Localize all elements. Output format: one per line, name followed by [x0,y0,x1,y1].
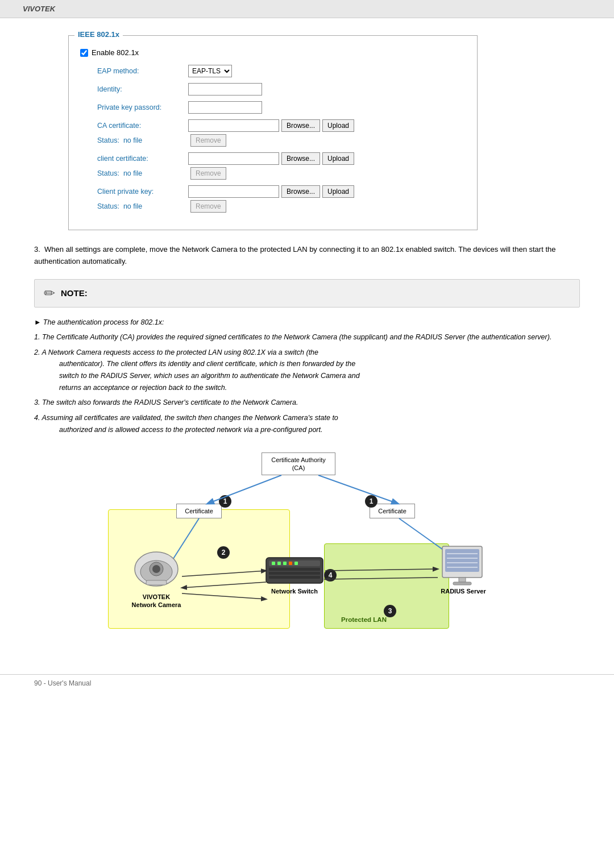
cert-box-right: Certificate [370,504,415,518]
yellow-zone [108,509,290,629]
client-privkey-label: Client private key: [97,188,188,196]
client-privkey-upload-button[interactable]: Upload [322,185,354,198]
note-title: NOTE: [61,288,88,298]
eap-method-select[interactable]: EAP-TLS [188,65,232,77]
note-bullet: ► The authentication process for 802.1x: [34,317,580,329]
client-cert-label: client certificate: [97,155,188,163]
note-item1: 1. The Certificate Authority (CA) provid… [34,331,580,343]
ca-cert-row: CA certificate: Browse... Upload [80,119,466,132]
page-header: VIVOTEK [0,0,614,18]
client-privkey-remove-button[interactable]: Remove [190,200,226,213]
ca-box: Certificate Authority(CA) [262,452,335,475]
identity-row: Identity: [80,83,466,95]
note-pencil-icon: ✏ [44,285,55,301]
client-cert-row: client certificate: Browse... Upload [80,152,466,165]
client-privkey-browse-button[interactable]: Browse... [281,185,320,198]
ca-cert-upload-button[interactable]: Upload [322,119,354,132]
protected-lan-label: Protected LAN [330,616,398,623]
client-cert-browse-button[interactable]: Browse... [281,152,320,165]
ca-cert-remove-button[interactable]: Remove [190,134,226,147]
enable-row: Enable 802.1x [80,48,466,57]
ieee-box-title: IEEE 802.1x [74,30,123,39]
client-cert-remove-button[interactable]: Remove [190,167,226,180]
client-status-row: Status: no file Remove [80,167,466,180]
ca-cert-browse-button[interactable]: Browse... [281,119,320,132]
client-cert-upload-button[interactable]: Upload [322,152,354,165]
enable-802-1x-label: Enable 802.1x [92,48,139,57]
cert-box-left: Certificate [176,504,222,518]
diagram: Protected LAN Certificate Authority(CA) … [108,447,506,651]
private-key-row: Private key passord: [80,101,466,114]
ca-status-label: Status: no file [97,136,188,144]
svg-rect-25 [445,549,479,572]
eap-method-row: EAP method: EAP-TLS [80,65,466,77]
svg-line-1 [318,475,398,504]
footer-text: 90 - User's Manual [34,679,91,687]
client-privkey-status-label: Status: no file [97,202,188,210]
client-privkey-row: Client private key: Browse... Upload [80,185,466,198]
ca-cert-label: CA certificate: [97,122,188,130]
circle-num-1-left: 1 [219,495,231,508]
ca-status-value: no file [123,136,142,144]
ca-cert-file-input[interactable] [188,119,279,132]
page-content: IEEE 802.1x Enable 802.1x EAP method: EA… [0,18,614,663]
private-key-input[interactable] [188,101,262,114]
diagram-container: Protected LAN Certificate Authority(CA) … [34,447,580,651]
step3-text: 3. When all settings are complete, move … [34,244,580,268]
note-item3: 3. The switch also forwards the RADIUS S… [34,397,580,409]
svg-rect-23 [294,562,298,565]
note-box: ✏ NOTE: [34,279,580,308]
client-status-value: no file [123,169,142,177]
step3-number: 3. [34,245,40,254]
client-privkey-status-row: Status: no file Remove [80,200,466,213]
brand-label: VIVOTEK [23,5,55,13]
ieee-802-1x-box: IEEE 802.1x Enable 802.1x EAP method: EA… [68,35,478,230]
note-item4: 4. Assuming all certificates are validat… [34,412,580,435]
client-cert-file-input[interactable] [188,152,279,165]
note-item2: 2. A Network Camera requests access to t… [34,347,580,394]
enable-802-1x-checkbox[interactable] [80,49,88,57]
eap-method-label: EAP method: [97,67,188,75]
client-privkey-status-value: no file [123,202,142,210]
identity-label: Identity: [97,85,188,93]
private-key-label: Private key passord: [97,103,188,111]
notes-content: ► The authentication process for 802.1x:… [34,317,580,436]
ca-status-row: Status: no file Remove [80,134,466,147]
client-status-label: Status: no file [97,169,188,177]
svg-rect-30 [459,578,466,582]
svg-rect-31 [453,582,471,585]
client-privkey-file-input[interactable] [188,185,279,198]
step3-content: When all settings are complete, move the… [34,245,555,265]
identity-input[interactable] [188,83,262,95]
page-footer: 90 - User's Manual [0,674,614,692]
